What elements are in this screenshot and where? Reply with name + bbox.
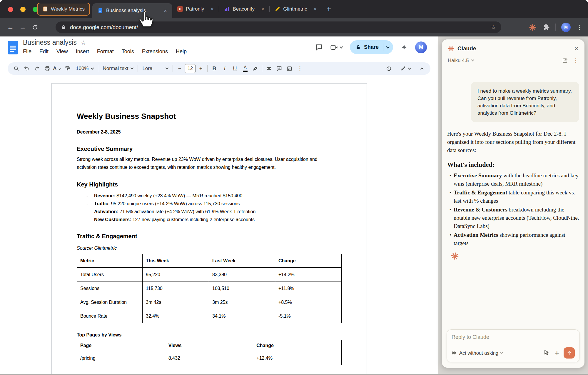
close-tab-icon[interactable]: ×: [313, 6, 317, 12]
browser-toolbar: ← → docs.google.com/document/ ☆ M ⋮: [0, 18, 588, 36]
claude-extension-icon[interactable]: [529, 24, 537, 31]
key-highlights-heading[interactable]: Key Highlights: [77, 181, 342, 188]
paragraph-style-select[interactable]: Normal text: [100, 63, 136, 74]
cursor-mode-icon[interactable]: [543, 349, 550, 357]
browser-menu-icon[interactable]: ⋮: [576, 24, 583, 31]
menu-edit[interactable]: Edit: [39, 49, 49, 55]
menu-tools[interactable]: Tools: [122, 49, 134, 55]
spellcheck-icon[interactable]: A: [52, 63, 63, 74]
tab-label: Glintmetric: [283, 6, 307, 12]
search-icon[interactable]: [11, 63, 21, 74]
window-minimize-button[interactable]: [20, 7, 26, 12]
tab-glintmetric[interactable]: Glintmetric ×: [270, 0, 322, 18]
menu-format[interactable]: Format: [97, 49, 114, 55]
reload-button[interactable]: [29, 24, 41, 31]
bold-icon[interactable]: B: [209, 63, 219, 74]
tab-business-analysis[interactable]: Business analysis ×: [92, 3, 172, 18]
list-item: • Revenue & Customers breakdown includin…: [447, 206, 579, 230]
increase-font-size-icon[interactable]: +: [196, 63, 206, 74]
redo-icon[interactable]: [32, 63, 42, 74]
new-chat-icon[interactable]: [562, 58, 568, 64]
menu-view[interactable]: View: [56, 49, 68, 55]
document-page[interactable]: Weekly Business Snapshot December 2-8, 2…: [51, 83, 367, 375]
new-tab-button[interactable]: +: [327, 5, 331, 13]
close-panel-icon[interactable]: ×: [574, 45, 579, 52]
window-close-button[interactable]: [8, 7, 13, 12]
font-select[interactable]: Lora: [139, 63, 171, 74]
beaconify-favicon: [224, 6, 230, 12]
tab-weekly-metrics[interactable]: Weekly Metrics: [37, 3, 90, 16]
text-color-icon[interactable]: A: [240, 63, 250, 74]
browser-profile-avatar[interactable]: M: [561, 23, 571, 32]
act-without-asking-button[interactable]: Act without asking: [452, 350, 502, 356]
paint-format-icon[interactable]: [63, 63, 73, 74]
reply-box[interactable]: Act without asking +: [447, 329, 580, 362]
document-title[interactable]: Business analysis: [23, 39, 77, 46]
exec-summary-text[interactable]: Strong week across all key metrics. Reve…: [77, 155, 335, 171]
traffic-table[interactable]: Metric This Week Last Week Change Total …: [77, 254, 342, 323]
weekly-metrics-tab-icon: [42, 6, 48, 12]
join-call-video-icon[interactable]: [330, 44, 343, 51]
browser-tab-bar: Weekly Metrics Business analysis × P Pat…: [0, 0, 588, 18]
claude-logo-icon: [448, 45, 454, 52]
share-button[interactable]: Share: [350, 40, 393, 54]
editing-mode-select[interactable]: [397, 63, 414, 74]
doc-date[interactable]: December 2-8, 2025: [77, 128, 342, 136]
traffic-source[interactable]: Source: Glintmetric: [77, 244, 342, 252]
underline-icon[interactable]: U: [230, 63, 240, 74]
tab-beaconify[interactable]: Beaconify ×: [219, 0, 269, 18]
collapse-toolbar-icon[interactable]: [417, 63, 427, 74]
model-selector[interactable]: Haiku 4.5: [448, 58, 469, 64]
close-tab-icon[interactable]: ×: [164, 8, 167, 14]
more-options-icon[interactable]: ⋮: [295, 63, 305, 74]
table-row: Bounce Rate 32.4% 34.1% -5.1%: [77, 309, 342, 323]
undo-icon[interactable]: [21, 63, 32, 74]
gemini-sparkle-icon[interactable]: [400, 44, 408, 51]
highlight-item: - New Customers: 127 new paying customer…: [77, 216, 342, 224]
chevron-down-icon: [500, 351, 503, 354]
highlight-color-icon[interactable]: [250, 63, 260, 74]
comment-history-icon[interactable]: [315, 44, 323, 51]
assistant-message: Here's your Weekly Business Snapshot for…: [447, 130, 579, 154]
zoom-select[interactable]: 100%: [73, 63, 96, 74]
italic-icon[interactable]: I: [219, 63, 230, 74]
highlight-item: - Traffic: 95,220 unique users (+14.2% W…: [77, 200, 342, 208]
menu-extensions[interactable]: Extensions: [142, 49, 168, 55]
extensions-puzzle-icon[interactable]: [542, 24, 550, 31]
back-button[interactable]: ←: [4, 23, 16, 31]
top-pages-table[interactable]: Page Views Change /pricing 8,432 +12.4%: [77, 340, 342, 365]
menu-help[interactable]: Help: [176, 49, 187, 55]
top-pages-heading[interactable]: Top Pages by Views: [77, 331, 342, 339]
menu-insert[interactable]: Insert: [76, 49, 89, 55]
font-size-input[interactable]: 12: [185, 64, 196, 73]
forward-button[interactable]: →: [16, 23, 29, 31]
mouse-cursor: [137, 11, 154, 28]
share-dropdown-icon[interactable]: [386, 45, 389, 48]
bookmark-star-icon[interactable]: ☆: [491, 24, 496, 31]
tab-patronly[interactable]: P Patronly ×: [172, 0, 219, 18]
menu-file[interactable]: File: [23, 49, 31, 55]
address-bar[interactable]: docs.google.com/document/ ☆: [56, 21, 501, 33]
traffic-heading[interactable]: Traffic & Engagement: [77, 232, 342, 240]
close-tab-icon[interactable]: ×: [211, 6, 214, 12]
add-comment-icon[interactable]: [274, 63, 284, 74]
docs-profile-avatar[interactable]: M: [415, 41, 427, 53]
key-highlights-list[interactable]: - Revenue: $142,490 weekly (+23.4% WoW) …: [77, 192, 342, 224]
insert-image-icon[interactable]: [284, 63, 295, 74]
close-tab-icon[interactable]: ×: [261, 6, 264, 12]
exec-summary-heading[interactable]: Executive Summary: [77, 145, 342, 153]
doc-heading[interactable]: Weekly Business Snapshot: [77, 111, 342, 121]
decrease-font-size-icon[interactable]: −: [174, 63, 185, 74]
reply-input[interactable]: [452, 334, 575, 340]
panel-menu-icon[interactable]: ⋮: [573, 57, 579, 64]
star-document-icon[interactable]: ☆: [81, 39, 86, 46]
attach-button[interactable]: +: [555, 349, 559, 357]
version-history-icon[interactable]: [384, 63, 394, 74]
google-docs-logo[interactable]: [8, 41, 18, 55]
insert-link-icon[interactable]: [264, 63, 274, 74]
url-text: docs.google.com/document/: [70, 24, 138, 31]
google-docs-favicon: [98, 8, 103, 14]
table-row: Total Users 95,220 83,380 +14.2%: [77, 268, 342, 281]
print-icon[interactable]: [42, 63, 52, 74]
send-button[interactable]: [564, 347, 575, 359]
